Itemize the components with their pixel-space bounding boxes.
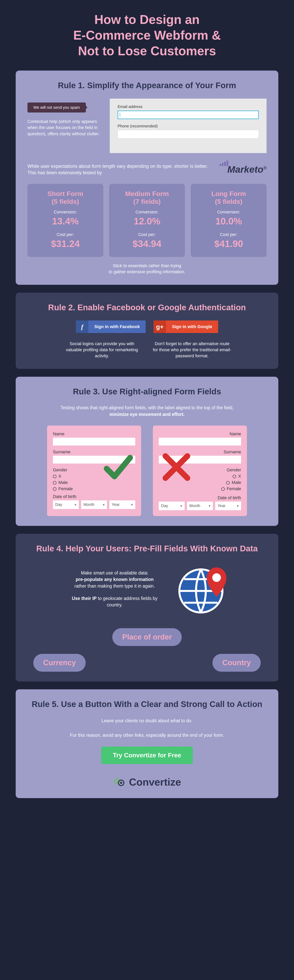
google-signin-button[interactable]: g+ Sign in with Google (154, 320, 218, 333)
name-input[interactable] (159, 438, 241, 445)
dob-label: Date of birth (159, 495, 241, 500)
main-title: How to Design anE-Commerce Webform &Not … (16, 12, 278, 59)
phone-label: Phone (recommended) (118, 124, 259, 128)
stat-cost-label: Cost per: (113, 232, 181, 237)
rule-5-line-2: For this reason, avoid any other links, … (27, 732, 267, 739)
marketo-logo: Marketo® (219, 164, 267, 175)
currency-pill: Currency (33, 654, 86, 672)
day-select[interactable]: Day (53, 500, 79, 509)
social-note-2: Don't forget to offer an alternative rou… (153, 341, 231, 359)
rule-3-card: Rule 3. Use Right-aligned Form Fields Te… (16, 377, 278, 526)
rule-5-heading: Rule 5. Use a Button With a Clear and St… (27, 699, 267, 710)
facebook-label: Sign in with Facebook (88, 324, 146, 329)
place-of-order-pill: Place of order (112, 628, 181, 646)
radio-x[interactable]: X (233, 474, 241, 479)
facebook-icon: f (76, 320, 88, 333)
month-select[interactable]: Month (187, 501, 213, 510)
stat-cost-label: Cost per: (31, 232, 99, 237)
rule-5-card: Rule 5. Use a Button With a Clear and St… (16, 689, 278, 798)
name-label: Name (159, 431, 241, 436)
marketo-bars-icon (219, 161, 228, 166)
rule-2-heading: Rule 2. Enable Facebook or Google Authen… (27, 302, 267, 313)
stat-conv-value: 13.4% (31, 216, 99, 227)
stat-conv-label: Conversion: (31, 210, 99, 215)
rule-3-description: Testing shows that right-aligned form fi… (27, 404, 267, 418)
year-select[interactable]: Year (110, 500, 135, 509)
svg-point-1 (212, 573, 221, 582)
marketo-intro-text: While user expectations about form lengt… (27, 163, 214, 176)
stat-title: Long Form(5 fields) (195, 190, 263, 206)
rule-4-heading: Rule 4. Help Your Users: Pre-Fill Fields… (27, 544, 267, 554)
dob-label: Date of birth (53, 494, 135, 499)
stat-card-short: Short Form(5 fields) Conversion: 13.4% C… (27, 184, 103, 257)
svg-rect-5 (120, 782, 122, 784)
stat-cost-label: Cost per: (195, 232, 263, 237)
stat-cost-value: $34.94 (113, 238, 181, 249)
stat-conv-label: Conversion: (195, 210, 263, 215)
stat-card-medium: Medium Form(7 fields) Conversion: 12.0% … (109, 184, 185, 257)
month-select[interactable]: Month (81, 500, 107, 509)
phone-field[interactable] (118, 130, 259, 138)
year-select[interactable]: Year (215, 501, 241, 510)
stat-title: Short Form(5 fields) (31, 190, 99, 206)
radio-male[interactable]: Male (226, 480, 241, 485)
rule-4-card: Rule 4. Help Your Users: Pre-Fill Fields… (16, 534, 278, 682)
google-plus-icon: g+ (154, 320, 166, 333)
convertize-logo: Convertize (27, 776, 267, 788)
stat-card-long: Long Form(5 fields) Conversion: 10.0% Co… (191, 184, 267, 257)
spam-notice-tooltip: We will not send you spam (27, 102, 86, 113)
rule-3-heading: Rule 3. Use Right-aligned Form Fields (27, 387, 267, 397)
rule-1-heading: Rule 1. Simplify the Appearance of Your … (27, 80, 267, 91)
convertize-icon (113, 776, 126, 788)
google-label: Sign in with Google (166, 324, 218, 329)
stat-cost-value: $31.24 (31, 238, 99, 249)
stat-conv-value: 12.0% (113, 216, 181, 227)
country-pill: Country (213, 654, 261, 672)
radio-female[interactable]: Female (53, 486, 135, 492)
try-convertize-button[interactable]: Try Convertize for Free (101, 746, 193, 764)
example-form: Email address Phone (recommended) (110, 99, 267, 153)
svg-rect-4 (116, 780, 118, 782)
left-aligned-form-example: Name Surname Gender X Male Female Date o… (47, 425, 141, 516)
right-aligned-form-example: Name Surname Gender X Male Female Date o… (153, 425, 247, 516)
rule-1-card: Rule 1. Simplify the Appearance of Your … (16, 70, 278, 285)
rule-2-card: Rule 2. Enable Facebook or Google Authen… (16, 293, 278, 369)
radio-female[interactable]: Female (221, 486, 241, 492)
email-field[interactable] (118, 111, 259, 119)
contextual-help-text: Contextual help (which only appears when… (27, 118, 102, 137)
checkmark-icon (102, 452, 133, 483)
name-label: Name (53, 431, 135, 436)
stat-conv-value: 10.0% (195, 216, 263, 227)
name-input[interactable] (53, 438, 135, 445)
email-label: Email address (118, 105, 259, 109)
stat-title: Medium Form(7 fields) (113, 190, 181, 206)
globe-location-icon (175, 562, 230, 616)
facebook-signin-button[interactable]: f Sign in with Facebook (76, 320, 146, 333)
stat-conv-label: Conversion: (113, 210, 181, 215)
rule-4-text: Make smart use of available data: pre-po… (64, 570, 165, 608)
stick-to-essentials-text: Stick to essentials rather than tryingto… (27, 263, 267, 275)
social-note-1: Social logins can provide you with valua… (63, 341, 141, 359)
stat-cost-value: $41.90 (195, 238, 263, 249)
day-select[interactable]: Day (159, 501, 184, 510)
form-stats-row: Short Form(5 fields) Conversion: 13.4% C… (27, 184, 267, 257)
rule-5-line-1: Leave your clients no doubt about what t… (27, 718, 267, 724)
x-mark-icon (161, 452, 192, 483)
